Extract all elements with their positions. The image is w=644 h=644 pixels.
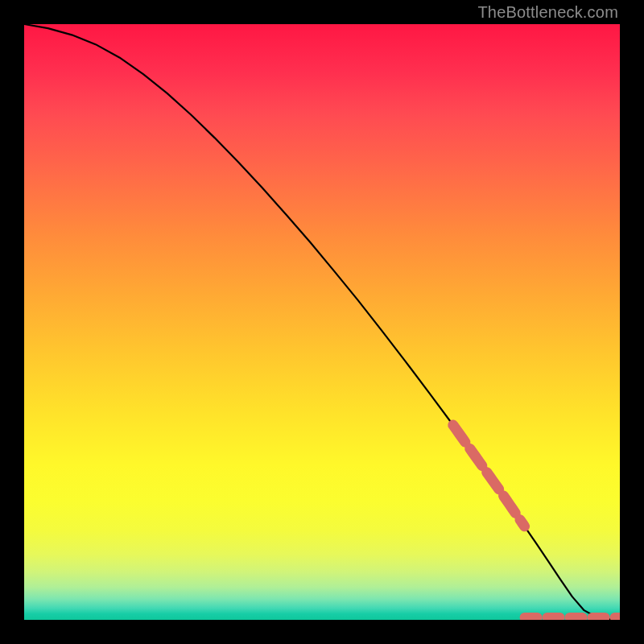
watermark-text: TheBottleneck.com bbox=[477, 3, 618, 22]
plot-area bbox=[24, 24, 620, 620]
chart-svg bbox=[24, 24, 620, 620]
dash-segment bbox=[487, 473, 499, 489]
chart-stage: TheBottleneck.com bbox=[0, 0, 644, 644]
dash-segment bbox=[470, 448, 482, 465]
dash-segment bbox=[453, 425, 465, 442]
main-curve bbox=[24, 24, 620, 619]
dash-segment bbox=[520, 520, 525, 526]
highlight-dashes-diagonal bbox=[453, 425, 525, 526]
dash-segment bbox=[503, 496, 515, 513]
